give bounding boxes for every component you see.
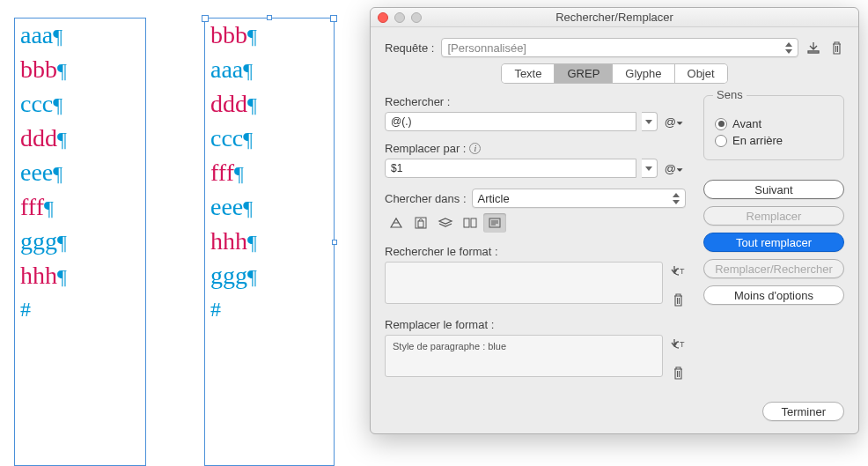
paragraph-line[interactable]: ccc¶ xyxy=(205,122,334,156)
replace-button: Remplacer xyxy=(703,206,844,226)
pilcrow-icon: ¶ xyxy=(234,162,244,185)
replace-all-button[interactable]: Tout remplacer xyxy=(703,233,844,252)
end-of-story-marker: # xyxy=(205,293,334,326)
pilcrow-icon: ¶ xyxy=(57,59,67,82)
find-special-chars-button[interactable]: @⏷ xyxy=(663,115,686,129)
scope-locked-stories-icon[interactable] xyxy=(409,213,432,233)
pilcrow-icon: ¶ xyxy=(57,128,67,151)
pilcrow-icon: ¶ xyxy=(53,25,63,48)
selection-handle[interactable] xyxy=(267,15,272,20)
direction-forward-radio[interactable]: Avant xyxy=(715,117,833,130)
svg-rect-3 xyxy=(471,218,476,227)
query-dropdown[interactable]: [Personnalisée] xyxy=(441,38,798,57)
replace-input[interactable] xyxy=(385,159,636,178)
svg-text:T: T xyxy=(680,340,685,349)
pilcrow-icon: ¶ xyxy=(44,196,54,219)
end-of-story-marker: # xyxy=(15,293,145,326)
scope-hidden-layers-icon[interactable] xyxy=(434,213,457,233)
selection-handle[interactable] xyxy=(332,240,337,245)
tab-texte[interactable]: Texte xyxy=(502,64,555,83)
pilcrow-icon: ¶ xyxy=(247,265,257,288)
svg-rect-1 xyxy=(418,221,423,227)
pilcrow-icon: ¶ xyxy=(247,231,257,254)
text-frame-2[interactable]: bbb¶aaa¶ddd¶ccc¶fff¶eee¶hhh¶ggg¶ # xyxy=(204,18,335,466)
pilcrow-icon: ¶ xyxy=(53,162,63,185)
replace-special-chars-button[interactable]: @⏷ xyxy=(663,162,686,175)
direction-backward-radio[interactable]: En arrière xyxy=(715,134,833,147)
paragraph-line[interactable]: bbb¶ xyxy=(205,18,334,53)
find-history-dropdown[interactable] xyxy=(642,112,658,131)
paragraph-line[interactable]: ggg¶ xyxy=(15,225,145,259)
scope-locked-layers-icon[interactable] xyxy=(385,213,408,233)
pilcrow-icon: ¶ xyxy=(247,93,257,116)
find-input[interactable] xyxy=(385,112,636,131)
titlebar[interactable]: Rechercher/Remplacer xyxy=(371,8,858,27)
find-format-specify-icon[interactable]: T xyxy=(670,263,686,279)
paragraph-line[interactable]: eee¶ xyxy=(15,156,145,190)
query-value: [Personnalisée] xyxy=(447,41,526,55)
paragraph-line[interactable]: ggg¶ xyxy=(205,259,334,293)
paragraph-line[interactable]: eee¶ xyxy=(205,190,334,225)
pilcrow-icon: ¶ xyxy=(53,93,63,116)
dialog-title: Rechercher/Remplacer xyxy=(371,11,858,24)
find-replace-dialog: Rechercher/Remplacer Requête : [Personna… xyxy=(370,7,859,434)
info-icon[interactable]: i xyxy=(469,143,481,154)
paragraph-line[interactable]: aaa¶ xyxy=(205,53,334,87)
paragraph-line[interactable]: ccc¶ xyxy=(15,87,145,122)
svg-text:T: T xyxy=(680,267,685,276)
text-frame-1[interactable]: aaa¶bbb¶ccc¶ddd¶eee¶fff¶ggg¶hhh¶ # xyxy=(14,18,146,466)
pilcrow-icon: ¶ xyxy=(247,25,257,48)
paragraph-line[interactable]: fff¶ xyxy=(15,190,145,225)
radio-unselected-icon xyxy=(715,135,727,147)
replace-format-specify-icon[interactable]: T xyxy=(670,337,686,352)
svg-rect-2 xyxy=(464,218,469,227)
save-query-icon[interactable] xyxy=(805,40,821,55)
tab-grep[interactable]: GREP xyxy=(555,64,613,83)
query-label: Requête : xyxy=(385,41,434,55)
direction-group: Sens Avant En arrière xyxy=(703,95,844,160)
scope-dropdown[interactable]: Article xyxy=(472,189,687,208)
mode-tabs: TexteGREPGlypheObjet xyxy=(385,64,844,83)
scope-label: Chercher dans : xyxy=(385,192,467,205)
replace-label: Remplacer par : xyxy=(385,142,466,155)
replace-find-button: Remplacer/Rechercher xyxy=(703,259,844,278)
find-format-clear-icon[interactable] xyxy=(670,292,686,307)
scope-master-pages-icon[interactable] xyxy=(459,213,482,233)
fewer-options-button[interactable]: Moins d'options xyxy=(703,285,844,305)
find-next-button[interactable]: Suivant xyxy=(703,180,844,199)
direction-legend: Sens xyxy=(713,88,747,101)
done-button[interactable]: Terminer xyxy=(762,402,844,421)
find-format-label: Rechercher le format : xyxy=(385,245,686,258)
pilcrow-icon: ¶ xyxy=(243,196,253,219)
find-format-box[interactable] xyxy=(385,262,663,304)
tab-objet[interactable]: Objet xyxy=(675,64,727,83)
replace-format-box[interactable]: Style de paragraphe : blue xyxy=(385,335,663,377)
paragraph-line[interactable]: bbb¶ xyxy=(15,53,145,87)
pilcrow-icon: ¶ xyxy=(57,231,67,254)
pilcrow-icon: ¶ xyxy=(243,59,253,82)
replace-format-clear-icon[interactable] xyxy=(670,365,686,381)
paragraph-line[interactable]: fff¶ xyxy=(205,156,334,190)
radio-selected-icon xyxy=(715,118,727,130)
paragraph-line[interactable]: ddd¶ xyxy=(15,122,145,156)
paragraph-line[interactable]: aaa¶ xyxy=(15,18,145,53)
paragraph-line[interactable]: hhh¶ xyxy=(205,225,334,259)
replace-format-label: Remplacer le format : xyxy=(385,318,686,331)
delete-query-icon[interactable] xyxy=(828,40,844,55)
pilcrow-icon: ¶ xyxy=(57,265,67,288)
tab-glyphe[interactable]: Glyphe xyxy=(613,64,674,83)
pilcrow-icon: ¶ xyxy=(243,128,253,151)
paragraph-line[interactable]: ddd¶ xyxy=(205,87,334,122)
paragraph-line[interactable]: hhh¶ xyxy=(15,259,145,293)
replace-history-dropdown[interactable] xyxy=(642,159,658,178)
find-label: Rechercher : xyxy=(385,95,686,108)
scope-footnotes-icon[interactable] xyxy=(483,213,506,233)
